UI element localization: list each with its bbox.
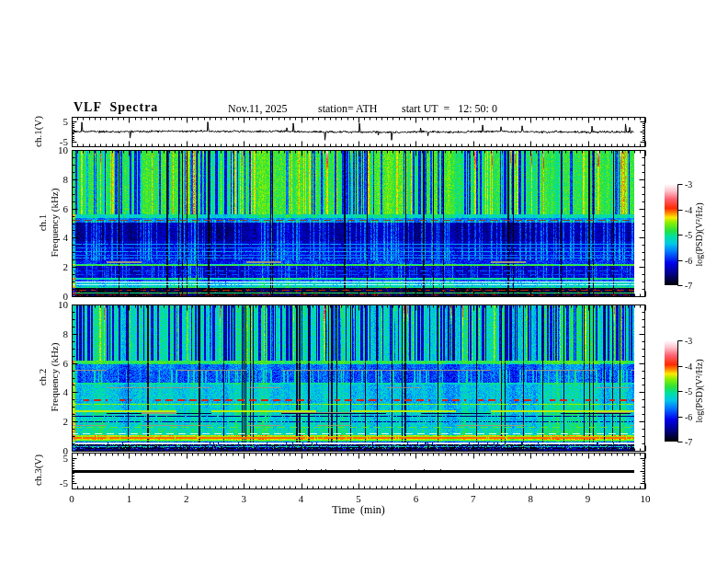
- volt-tick-label: -5: [60, 477, 68, 488]
- colorbar-ch1: [665, 184, 677, 285]
- colorbar-tick-label: -7: [685, 437, 692, 447]
- time-tick-label: 0: [69, 493, 74, 504]
- freq-tick-label: 6: [63, 203, 69, 214]
- ch2-spec-ylabel: ch.2Frequency (kHz): [37, 343, 61, 412]
- time-tick-label: 6: [414, 493, 419, 504]
- freq-tick-label: 2: [63, 416, 69, 427]
- freq-tick-label: 10: [58, 299, 68, 310]
- colorbar-ch2-gradient: [665, 340, 677, 442]
- ch1-spec-ylabel-line2: Frequency (kHz): [49, 189, 60, 258]
- time-tick-label: 5: [356, 493, 361, 504]
- freq-tick-label: 6: [63, 358, 69, 369]
- colorbar-tick-label: -3: [685, 179, 692, 190]
- ch1-spec-ylabel-line1: ch.1: [37, 214, 48, 232]
- ch3-wave-ylabel: ch.3(V): [32, 454, 44, 486]
- volt-tick-label: 5: [63, 453, 69, 464]
- ch1-wave-ylabel: ch.1(V): [32, 116, 44, 147]
- vlf-spectra-figure: VLF Spectra Nov.11, 2025 station= ATH st…: [0, 0, 728, 563]
- freq-tick-label: 8: [63, 328, 69, 339]
- colorbar-tick-label: -7: [685, 281, 692, 291]
- time-tick-label: 1: [127, 493, 132, 504]
- time-tick-label: 3: [241, 493, 246, 504]
- figure-title: VLF Spectra: [74, 100, 158, 115]
- colorbar-tick-label: -3: [685, 336, 692, 346]
- figure-date: Nov.11, 2025: [228, 102, 287, 116]
- colorbar-tick-label: -4: [685, 361, 692, 371]
- time-tick-label: 2: [184, 493, 189, 504]
- time-tick-label: 9: [586, 493, 591, 504]
- ch1-spec-ylabel: ch.1Frequency (kHz): [37, 189, 61, 258]
- colorbar-ch1-label: log(PSD)(V²/Hz): [694, 202, 704, 266]
- volt-tick-label: 5: [63, 116, 69, 127]
- time-tick-label: 8: [528, 493, 533, 504]
- ch2-spec-ylabel-line1: ch.2: [37, 369, 48, 386]
- colorbar-tick-label: -6: [685, 411, 692, 421]
- colorbar-tick-label: -5: [685, 230, 692, 240]
- colorbar-tick-label: -6: [685, 255, 692, 265]
- time-tick-label: 4: [299, 493, 304, 504]
- time-tick-label: 7: [471, 493, 476, 504]
- freq-tick-label: 8: [63, 174, 69, 185]
- freq-tick-label: 4: [63, 386, 69, 397]
- colorbar-tick-label: -4: [685, 204, 692, 214]
- freq-tick-label: 4: [63, 232, 69, 243]
- ch2-spec-ylabel-line2: Frequency (kHz): [49, 343, 60, 412]
- axes-canvas: [0, 0, 728, 563]
- colorbar-tick-label: -5: [685, 386, 692, 396]
- time-axis-title: Time (min): [332, 503, 385, 517]
- colorbar-ch1-gradient: [665, 184, 677, 285]
- colorbar-ch2-label: log(PSD)(V²/Hz): [694, 359, 704, 422]
- figure-start-ut: start UT = 12: 50: 0: [402, 102, 497, 116]
- colorbar-ch2: [665, 340, 677, 442]
- volt-tick-label: -5: [60, 136, 68, 147]
- time-tick-label: 10: [641, 493, 651, 504]
- freq-tick-label: 2: [63, 261, 69, 272]
- figure-station: station= ATH: [318, 102, 377, 116]
